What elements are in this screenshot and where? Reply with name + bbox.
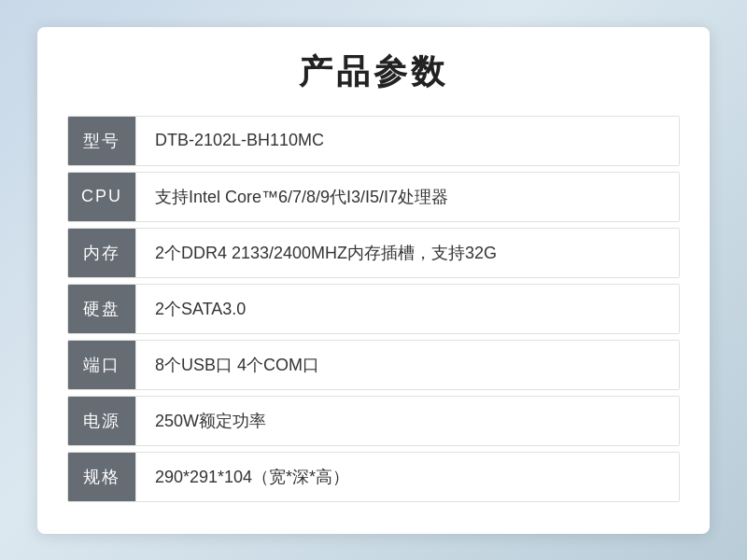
spec-value-2: 2个DDR4 2133/2400MHZ内存插槽，支持32G [135,229,679,277]
spec-table: 型号DTB-2102L-BH110MCCPU支持Intel Core™6/7/8… [67,116,680,502]
table-row: 内存2个DDR4 2133/2400MHZ内存插槽，支持32G [67,228,680,278]
spec-value-4: 8个USB口 4个COM口 [135,341,679,389]
product-spec-card: 产品参数 型号DTB-2102L-BH110MCCPU支持Intel Core™… [37,27,710,534]
spec-value-3: 2个SATA3.0 [135,285,679,333]
table-row: 端口8个USB口 4个COM口 [67,340,680,390]
table-row: 硬盘2个SATA3.0 [67,284,680,334]
table-row: 规格290*291*104（宽*深*高） [67,452,680,502]
spec-label-0: 型号 [68,117,135,165]
table-row: CPU支持Intel Core™6/7/8/9代I3/I5/I7处理器 [67,172,680,222]
spec-label-4: 端口 [68,341,135,389]
spec-label-2: 内存 [68,229,135,277]
spec-value-0: DTB-2102L-BH110MC [135,117,679,165]
page-title: 产品参数 [67,49,680,95]
spec-value-1: 支持Intel Core™6/7/8/9代I3/I5/I7处理器 [135,173,679,221]
table-row: 型号DTB-2102L-BH110MC [67,116,680,166]
spec-value-5: 250W额定功率 [135,397,679,445]
spec-label-5: 电源 [68,397,135,445]
spec-value-6: 290*291*104（宽*深*高） [135,453,679,501]
spec-label-3: 硬盘 [68,285,135,333]
spec-label-6: 规格 [68,453,135,501]
spec-label-1: CPU [68,173,135,221]
table-row: 电源250W额定功率 [67,396,680,446]
